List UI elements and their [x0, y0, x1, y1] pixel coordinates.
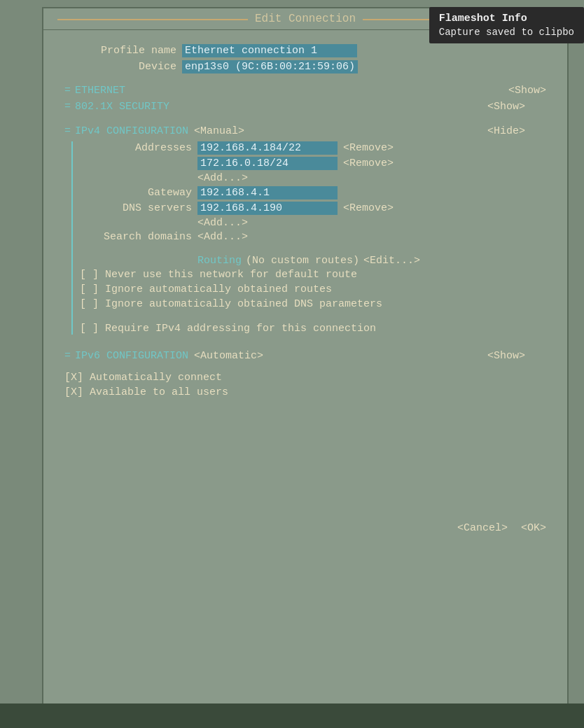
check3-row[interactable]: [ ] Ignore automatically obtained DNS pa…	[80, 298, 546, 310]
ipv6-show-btn[interactable]: <Show>	[487, 350, 525, 362]
check2-row[interactable]: [ ] Ignore automatically obtained routes	[80, 284, 546, 295]
check1-text: [ ] Never use this network for default r…	[80, 269, 357, 281]
gateway-label: Gateway	[80, 187, 192, 199]
ipv6-label: IPv6 CONFIGURATION	[75, 350, 188, 362]
addr-add-row: <Add...>	[80, 172, 546, 184]
addr1-remove-btn[interactable]: <Remove>	[343, 142, 394, 154]
ipv4-equals: =	[64, 125, 71, 137]
ipv4-label: IPv4 CONFIGURATION	[75, 125, 188, 137]
ipv4-section-header: = IPv4 CONFIGURATION <Manual> <Hide>	[64, 125, 546, 137]
auto-connect-row[interactable]: [X] Automatically connect	[64, 372, 546, 384]
flameshot-tooltip: Flameshot Info Capture saved to clipbo	[429, 7, 584, 43]
security-section-left: = 802.1X SECURITY	[64, 101, 169, 113]
flameshot-message: Capture saved to clipbo	[439, 27, 574, 38]
search-domains-row: Search domains <Add...>	[80, 231, 546, 243]
dns-add-row: <Add...>	[80, 217, 546, 229]
addr1-input[interactable]: 192.168.4.184/22	[197, 141, 338, 155]
cancel-btn[interactable]: <Cancel>	[457, 522, 508, 534]
ethernet-label: ETHERNET	[75, 85, 125, 97]
ipv6-left: = IPv6 CONFIGURATION <Automatic>	[64, 350, 263, 362]
dns-input[interactable]: 192.168.4.190	[197, 202, 338, 215]
ethernet-section-row: = ETHERNET <Show>	[64, 85, 546, 97]
window-title: Edit Connection	[248, 13, 363, 25]
check4-text: [ ] Require IPv4 addressing for this con…	[80, 323, 376, 335]
ipv4-mode[interactable]: <Manual>	[194, 125, 244, 137]
dns-label: DNS servers	[80, 202, 192, 214]
check4-row[interactable]: [ ] Require IPv4 addressing for this con…	[80, 323, 546, 335]
addr1-row: Addresses 192.168.4.184/22 <Remove>	[80, 141, 546, 155]
security-show-btn[interactable]: <Show>	[487, 101, 525, 113]
desktop: Flameshot Info Capture saved to clipbo E…	[0, 0, 584, 728]
profile-name-row: Profile name Ethernet connection 1	[64, 44, 546, 57]
device-row: Device enp13s0 (9C:6B:00:21:59:06)	[64, 60, 546, 74]
ipv4-left: = IPv4 CONFIGURATION <Manual>	[64, 125, 244, 137]
auto-connect-text: [X] Automatically connect	[64, 372, 222, 384]
routing-label: Routing	[197, 255, 242, 267]
check3-text: [ ] Ignore automatically obtained DNS pa…	[80, 298, 382, 310]
flameshot-title: Flameshot Info	[439, 13, 574, 24]
device-label: Device	[64, 61, 176, 73]
ethernet-show-btn[interactable]: <Show>	[508, 85, 546, 97]
taskbar	[0, 704, 584, 728]
dns-row: DNS servers 192.168.4.190 <Remove>	[80, 202, 546, 215]
ipv6-mode[interactable]: <Automatic>	[194, 350, 263, 362]
routing-edit-btn[interactable]: <Edit...>	[363, 255, 420, 267]
check1-row[interactable]: [ ] Never use this network for default r…	[80, 269, 546, 281]
security-label: 802.1X SECURITY	[75, 101, 169, 113]
gateway-row: Gateway 192.168.4.1	[80, 186, 546, 200]
device-input[interactable]: enp13s0 (9C:6B:00:21:59:06)	[182, 60, 358, 74]
window-content: Profile name Ethernet connection 1 Devic…	[43, 30, 567, 415]
dns-add-btn[interactable]: <Add...>	[197, 217, 248, 229]
gateway-input[interactable]: 192.168.4.1	[197, 186, 338, 200]
routing-row: Routing (No custom routes) <Edit...>	[80, 255, 546, 267]
ipv6-section-header: = IPv6 CONFIGURATION <Automatic> <Show>	[64, 350, 546, 362]
routing-value: (No custom routes)	[246, 255, 359, 267]
search-label: Search domains	[80, 231, 192, 243]
addr-add-btn[interactable]: <Add...>	[197, 172, 248, 184]
profile-name-input[interactable]: Ethernet connection 1	[182, 44, 357, 57]
security-equals: =	[64, 101, 71, 113]
check2-text: [ ] Ignore automatically obtained routes	[80, 284, 332, 295]
edit-connection-window: Edit Connection Profile name Ethernet co…	[42, 7, 569, 710]
security-section-row: = 802.1X SECURITY <Show>	[64, 101, 546, 113]
search-add-btn[interactable]: <Add...>	[197, 231, 248, 243]
addr2-row: 172.16.0.18/24 <Remove>	[80, 157, 546, 170]
ethernet-section-left: = ETHERNET	[64, 85, 125, 97]
ok-btn[interactable]: <OK>	[521, 522, 546, 534]
ipv6-equals: =	[64, 350, 71, 362]
addr2-remove-btn[interactable]: <Remove>	[343, 158, 394, 169]
ipv4-show-btn[interactable]: <Hide>	[487, 125, 525, 137]
all-users-row[interactable]: [X] Available to all users	[64, 386, 546, 398]
action-buttons: <Cancel> <OK>	[457, 522, 546, 534]
dns-remove-btn[interactable]: <Remove>	[343, 202, 394, 214]
addr2-input[interactable]: 172.16.0.18/24	[197, 157, 338, 170]
all-users-text: [X] Available to all users	[64, 386, 228, 398]
addresses-label: Addresses	[80, 142, 192, 154]
ethernet-equals: =	[64, 85, 71, 97]
profile-name-label: Profile name	[64, 45, 176, 57]
ipv4-block: Addresses 192.168.4.184/22 <Remove> 172.…	[71, 141, 546, 335]
